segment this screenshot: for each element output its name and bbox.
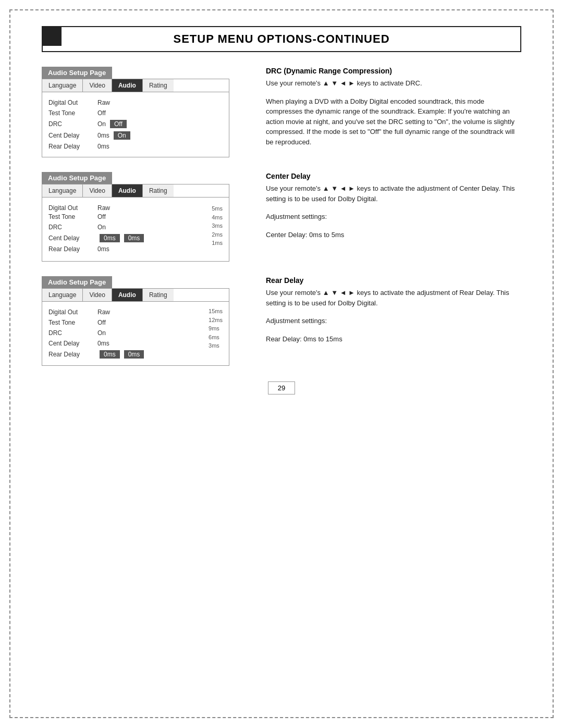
row-rear-delay-3: Rear Delay 0ms 0ms bbox=[48, 349, 202, 360]
center-delay-adj-label: Adjustment settings: bbox=[266, 212, 521, 222]
value-digital-out-2: Raw bbox=[97, 204, 110, 212]
section3-row-group: Digital Out Raw Test Tone Off DRC On bbox=[48, 307, 202, 360]
section3-menu-box: Language Video Audio Rating Digital Out … bbox=[42, 288, 229, 366]
row-digital-out-3: Digital Out Raw bbox=[48, 307, 202, 317]
section3-right: Rear Delay Use your remote's ▲ ▼ ◄ ► key… bbox=[250, 262, 521, 366]
section1-left: Audio Setup Page Language Video Audio Ra… bbox=[42, 52, 250, 157]
page-number-area: 29 bbox=[10, 381, 553, 394]
dropdown-15ms: 15ms bbox=[209, 307, 223, 316]
tab-rating-2[interactable]: Rating bbox=[143, 184, 174, 197]
label-test-tone-3: Test Tone bbox=[48, 319, 95, 326]
drc-title: DRC (Dynamic Range Compression) bbox=[266, 67, 521, 75]
rear-delay-adj-label: Adjustment settings: bbox=[266, 316, 521, 326]
row-rear-delay-2: Rear Delay 0ms bbox=[48, 244, 205, 254]
section3-rows: Digital Out Raw Test Tone Off DRC On bbox=[42, 302, 229, 365]
label-cent-delay-3: Cent Delay bbox=[48, 340, 95, 347]
label-test-tone-1: Test Tone bbox=[48, 109, 95, 117]
page-number: 29 bbox=[268, 381, 295, 394]
value-cent-delay-3: 0ms bbox=[97, 340, 109, 347]
dropdown-3ms: 3ms bbox=[209, 341, 223, 350]
tab-video-1[interactable]: Video bbox=[83, 79, 112, 92]
tab-audio-1[interactable]: Audio bbox=[112, 79, 143, 92]
section2-rows: Digital Out Raw Test Tone Off DRC On bbox=[42, 198, 229, 261]
page-title: SETUP MENU OPTIONS-CONTINUED bbox=[173, 32, 389, 45]
tab-video-3[interactable]: Video bbox=[83, 289, 112, 301]
row-digital-out-1: Digital Out Raw bbox=[48, 97, 223, 108]
tab-video-2[interactable]: Video bbox=[83, 184, 112, 197]
highlight-cent-delay-2b: 0ms bbox=[124, 234, 144, 242]
row-cent-delay-2: Cent Delay 0ms 0ms bbox=[48, 232, 205, 244]
section3-content: Audio Setup Page Language Video Audio Ra… bbox=[42, 262, 521, 366]
label-cent-delay-2: Cent Delay bbox=[48, 235, 95, 242]
section2-menu-box: Language Video Audio Rating Digital Out … bbox=[42, 184, 229, 262]
label-drc-3: DRC bbox=[48, 329, 95, 337]
dropdown-12ms: 12ms bbox=[209, 316, 223, 325]
tab-language-3[interactable]: Language bbox=[42, 289, 83, 301]
value-digital-out-3: Raw bbox=[97, 309, 110, 316]
value-drc-2: On bbox=[97, 224, 106, 231]
drc-desc-1: Use your remote's ▲ ▼ ◄ ► keys to activa… bbox=[266, 78, 521, 89]
outer-border: SETUP MENU OPTIONS-CONTINUED Audio Setup… bbox=[9, 9, 554, 718]
row-digital-out-2: Digital Out Raw Test Tone Off DRC On bbox=[48, 203, 223, 256]
dropdown-5ms: 5ms bbox=[212, 204, 223, 213]
dropdown-3ms: 3ms bbox=[212, 221, 223, 230]
center-delay-dropdown: 5ms 4ms 3ms 2ms 1ms bbox=[212, 204, 223, 248]
drc-desc-2: When playing a DVD with a Dolby Digital … bbox=[266, 96, 521, 147]
dropdown-1ms: 1ms bbox=[212, 239, 223, 248]
highlight-off-1: Off bbox=[110, 120, 127, 128]
tab-audio-3[interactable]: Audio bbox=[112, 289, 143, 301]
label-drc-2: DRC bbox=[48, 224, 95, 231]
value-test-tone-1: Off bbox=[97, 109, 106, 117]
section3-header: Audio Setup Page bbox=[42, 276, 112, 288]
dropdown-6ms: 6ms bbox=[209, 333, 223, 342]
label-rear-delay-1: Rear Delay bbox=[48, 143, 95, 150]
section2-content: Audio Setup Page Language Video Audio Ra… bbox=[42, 157, 521, 262]
value-digital-out-1: Raw bbox=[97, 99, 110, 106]
center-delay-desc-1: Use your remote's ▲ ▼ ◄ ► keys to activa… bbox=[266, 183, 521, 204]
value-drc-3: On bbox=[97, 329, 106, 337]
rear-delay-desc-1: Use your remote's ▲ ▼ ◄ ► keys to activa… bbox=[266, 288, 521, 308]
center-delay-title: Center Delay bbox=[266, 172, 521, 180]
section3-main-rows: Digital Out Raw Test Tone Off DRC On bbox=[48, 307, 223, 360]
black-square-decoration bbox=[43, 27, 62, 46]
rear-delay-title: Rear Delay bbox=[266, 276, 521, 285]
value-rear-delay-1: 0ms bbox=[97, 143, 109, 150]
page-title-bar: SETUP MENU OPTIONS-CONTINUED bbox=[42, 26, 521, 52]
highlight-rear-delay-3b: 0ms bbox=[124, 350, 144, 359]
center-delay-range: Center Delay: 0ms to 5ms bbox=[266, 230, 521, 240]
rear-delay-dropdown: 15ms 12ms 9ms 6ms 3ms bbox=[209, 307, 223, 350]
section2-right: Center Delay Use your remote's ▲ ▼ ◄ ► k… bbox=[250, 157, 521, 262]
section2: Audio Setup Page Language Video Audio Ra… bbox=[42, 172, 250, 262]
row-test-tone-2: Test Tone Off bbox=[48, 212, 205, 222]
tab-audio-2[interactable]: Audio bbox=[112, 184, 143, 197]
value-drc-1: On bbox=[97, 120, 106, 128]
value-rear-delay-2: 0ms bbox=[97, 245, 109, 253]
label-digital-out-1: Digital Out bbox=[48, 99, 95, 106]
label-rear-delay-3: Rear Delay bbox=[48, 351, 95, 358]
label-rear-delay-2: Rear Delay bbox=[48, 245, 95, 253]
tab-language-1[interactable]: Language bbox=[42, 79, 83, 92]
row-test-tone-3: Test Tone Off bbox=[48, 317, 202, 328]
section3-desc: Rear Delay Use your remote's ▲ ▼ ◄ ► key… bbox=[266, 276, 521, 344]
label-digital-out-2: Digital Out bbox=[48, 204, 95, 212]
row-rear-delay-1: Rear Delay 0ms bbox=[48, 141, 223, 152]
value-cent-delay-1: 0ms bbox=[97, 132, 109, 139]
section3: Audio Setup Page Language Video Audio Ra… bbox=[42, 276, 250, 366]
row-drc-3: DRC On bbox=[48, 328, 202, 338]
tab-rating-1[interactable]: Rating bbox=[143, 79, 174, 92]
row-cent-delay-1: Cent Delay 0ms On bbox=[48, 130, 223, 141]
tab-language-2[interactable]: Language bbox=[42, 184, 83, 197]
dropdown-2ms: 2ms bbox=[212, 230, 223, 239]
section3-left: Audio Setup Page Language Video Audio Ra… bbox=[42, 262, 250, 366]
section1-right: DRC (Dynamic Range Compression) Use your… bbox=[250, 52, 521, 157]
tab-rating-3[interactable]: Rating bbox=[143, 289, 174, 301]
section1-tab-row: Language Video Audio Rating bbox=[42, 79, 229, 92]
row-drc-1: DRC On Off bbox=[48, 118, 223, 130]
highlight-on-1: On bbox=[114, 131, 130, 140]
label-digital-out-3: Digital Out bbox=[48, 309, 95, 316]
section3-tab-row: Language Video Audio Rating bbox=[42, 289, 229, 302]
section2-desc: Center Delay Use your remote's ▲ ▼ ◄ ► k… bbox=[266, 172, 521, 240]
row-drc-2: DRC On bbox=[48, 222, 205, 232]
section1-desc: DRC (Dynamic Range Compression) Use your… bbox=[266, 67, 521, 147]
rear-delay-range: Rear Delay: 0ms to 15ms bbox=[266, 334, 521, 344]
